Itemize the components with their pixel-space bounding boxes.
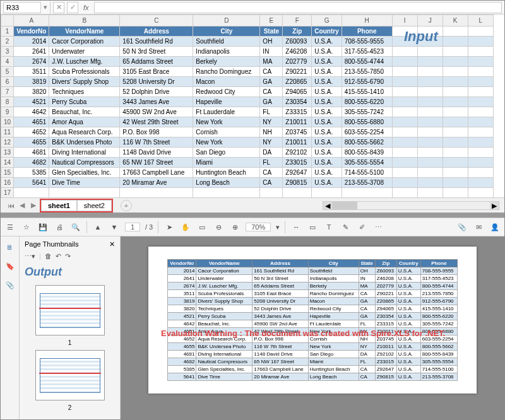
data-cell[interactable]: 65 NW 167 Street xyxy=(120,158,193,168)
attachments-icon[interactable]: 📎 xyxy=(4,279,16,291)
save-icon[interactable]: 💾 xyxy=(37,221,49,233)
tab-next-icon[interactable]: ▶ xyxy=(28,201,39,209)
row-header[interactable]: 5 xyxy=(1,67,14,77)
col-header[interactable]: E xyxy=(260,15,283,26)
data-cell[interactable]: GA xyxy=(260,77,283,87)
data-cell[interactable]: IN xyxy=(260,47,283,57)
data-cell[interactable]: 213-555-7850 xyxy=(342,67,392,77)
add-sheet-icon[interactable]: + xyxy=(121,200,132,211)
data-cell[interactable]: Redwood City xyxy=(193,87,260,97)
data-cell[interactable]: Nautical Compressors xyxy=(49,158,120,168)
data-cell[interactable]: Cornish xyxy=(193,127,260,137)
row-header[interactable]: 1 xyxy=(1,26,14,37)
table-header-cell[interactable]: VendorNo xyxy=(14,26,49,37)
col-header[interactable]: C xyxy=(120,15,193,26)
data-cell[interactable]: Z10011 xyxy=(283,137,312,148)
row-header[interactable]: 13 xyxy=(1,148,14,158)
data-cell[interactable]: 3105 East Brace xyxy=(120,67,193,77)
col-header[interactable]: F xyxy=(283,15,312,26)
data-cell[interactable]: Z90815 xyxy=(283,178,312,188)
data-cell[interactable]: Divers' Supply Shop xyxy=(49,77,120,87)
highlight-icon[interactable]: ✐ xyxy=(356,221,367,233)
data-cell[interactable]: U.S.A. xyxy=(312,47,342,57)
tab-prev-icon[interactable]: ◀ xyxy=(17,201,27,209)
col-header[interactable]: H xyxy=(342,15,392,26)
data-cell[interactable]: 17663 Campbell Lane xyxy=(120,168,193,178)
data-cell[interactable]: Z92647 xyxy=(283,168,312,178)
thumb-rotate-ccw-icon[interactable]: ↶ xyxy=(56,252,61,260)
data-cell[interactable]: 116 W 7th Street xyxy=(120,137,193,148)
data-cell[interactable]: J.W. Luscher Mfg. xyxy=(49,57,120,67)
data-cell[interactable]: 2674 xyxy=(14,57,49,67)
row-header[interactable]: 10 xyxy=(1,117,14,127)
data-cell[interactable]: CA xyxy=(260,168,283,178)
data-cell[interactable]: Z46208 xyxy=(283,47,312,57)
table-header-cell[interactable]: Address xyxy=(120,26,193,37)
fit-width-icon[interactable]: ↔ xyxy=(290,221,302,233)
data-cell[interactable]: 3819 xyxy=(14,77,49,87)
row-header[interactable]: 8 xyxy=(1,97,14,107)
row-header[interactable]: 7 xyxy=(1,87,14,97)
data-cell[interactable]: 3443 James Ave xyxy=(120,97,193,107)
table-header-cell[interactable]: Zip xyxy=(283,26,312,37)
data-cell[interactable]: CA xyxy=(260,178,283,188)
data-cell[interactable]: 1148 David Drive xyxy=(120,148,193,158)
data-cell[interactable]: Diving International xyxy=(49,148,120,158)
col-header[interactable]: I xyxy=(392,15,417,26)
data-cell[interactable]: GA xyxy=(260,97,283,107)
fx-label[interactable]: fx xyxy=(81,4,92,11)
data-cell[interactable]: Long Beach xyxy=(193,178,260,188)
data-cell[interactable]: 45900 SW 2nd Ave xyxy=(120,107,193,117)
cell-reference-box[interactable]: R33 xyxy=(3,2,41,13)
data-cell[interactable]: U.S.A. xyxy=(312,57,342,67)
data-cell[interactable]: Z10011 xyxy=(283,117,312,127)
data-cell[interactable]: Z20865 xyxy=(283,77,312,87)
star-icon[interactable]: ☆ xyxy=(21,221,32,233)
data-cell[interactable]: 161 Southfield Rd xyxy=(120,37,193,47)
data-cell[interactable]: Z92102 xyxy=(283,148,312,158)
data-cell[interactable]: Underwater xyxy=(49,47,120,57)
data-cell[interactable]: 4682 xyxy=(14,158,49,168)
col-header[interactable]: B xyxy=(49,15,120,26)
data-cell[interactable]: CA xyxy=(260,87,283,97)
data-cell[interactable]: 5385 xyxy=(14,168,49,178)
close-thumbnails-icon[interactable]: ✕ xyxy=(109,240,115,248)
row-header[interactable]: 9 xyxy=(1,107,14,117)
col-header[interactable]: L xyxy=(468,15,493,26)
data-cell[interactable]: U.S.A. xyxy=(312,127,342,137)
row-header[interactable]: 3 xyxy=(1,47,14,57)
row-header[interactable]: 4 xyxy=(1,57,14,67)
zoom-in-icon[interactable]: ⊕ xyxy=(229,221,241,233)
data-cell[interactable]: Rancho Dominguez xyxy=(193,67,260,77)
data-cell[interactable]: 2014 xyxy=(14,37,49,47)
data-cell[interactable]: U.S.A. xyxy=(312,148,342,158)
data-cell[interactable]: Z60093 xyxy=(283,37,312,47)
data-cell[interactable]: Southfield xyxy=(193,37,260,47)
row-header[interactable]: 11 xyxy=(1,127,14,137)
data-cell[interactable]: Indianapolis xyxy=(193,47,260,57)
row-header[interactable]: 2 xyxy=(1,37,14,47)
data-cell[interactable]: U.S.A. xyxy=(312,67,342,77)
data-cell[interactable]: Beauchat, Inc. xyxy=(49,107,120,117)
data-cell[interactable]: 708-555-9555 xyxy=(342,37,392,47)
row-header[interactable]: 15 xyxy=(1,168,14,178)
data-cell[interactable]: U.S.A. xyxy=(312,178,342,188)
data-cell[interactable]: 65 Addams Street xyxy=(120,57,193,67)
data-cell[interactable]: U.S.A. xyxy=(312,158,342,168)
table-header-cell[interactable]: VendorName xyxy=(49,26,120,37)
data-cell[interactable]: B&K Undersea Photo xyxy=(49,137,120,148)
data-cell[interactable]: Cacor Corporation xyxy=(49,37,120,47)
thumb-options-icon[interactable]: ⋯▾ xyxy=(25,252,35,260)
data-cell[interactable]: Scuba Professionals xyxy=(49,67,120,77)
pane-divider[interactable] xyxy=(1,213,504,218)
data-cell[interactable]: 714-555-5100 xyxy=(342,168,392,178)
data-cell[interactable]: 3511 xyxy=(14,67,49,77)
col-header[interactable]: K xyxy=(443,15,468,26)
data-cell[interactable]: 800-555-5662 xyxy=(342,137,392,148)
data-cell[interactable]: Ft Lauderdale xyxy=(193,107,260,117)
table-header-cell[interactable]: Phone xyxy=(342,26,392,37)
data-cell[interactable]: 800-555-4744 xyxy=(342,57,392,67)
data-cell[interactable]: 603-555-2254 xyxy=(342,127,392,137)
data-cell[interactable]: U.S.A. xyxy=(312,77,342,87)
data-cell[interactable]: Z33015 xyxy=(283,158,312,168)
